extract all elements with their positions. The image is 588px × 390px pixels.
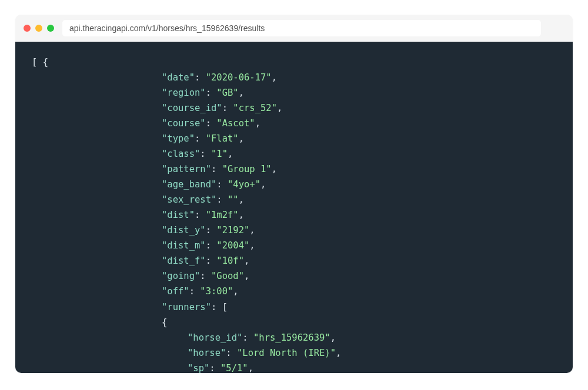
minimize-icon[interactable] (35, 25, 42, 32)
json-line-type: "type": "Flat", (32, 131, 556, 146)
json-line-dist: "dist": "1m2f", (32, 207, 556, 223)
json-line-horse: "horse": "Lord North (IRE)", (32, 345, 556, 361)
json-line-sex-rest: "sex_rest": "", (32, 192, 556, 207)
json-line-pattern: "pattern": "Group 1", (32, 162, 556, 177)
json-line-age-band: "age_band": "4yo+", (32, 177, 556, 192)
json-line-off: "off": "3:00", (32, 284, 556, 299)
json-line-course: "course": "Ascot", (32, 116, 556, 131)
code-panel: [ { "date": "2020-06-17", "region": "GB"… (15, 42, 573, 373)
json-line-horse-id: "horse_id": "hrs_15962639", (32, 330, 556, 345)
address-text: api.theracingapi.com/v1/horses/hrs_15962… (69, 23, 265, 33)
traffic-lights (24, 25, 54, 32)
browser-chrome: api.theracingapi.com/v1/horses/hrs_15962… (15, 15, 573, 42)
browser-window: api.theracingapi.com/v1/horses/hrs_15962… (15, 15, 573, 373)
json-open: [ { (32, 55, 556, 70)
address-bar[interactable]: api.theracingapi.com/v1/horses/hrs_15962… (62, 20, 541, 36)
json-line-going: "going": "Good", (32, 268, 556, 284)
json-line-class: "class": "1", (32, 146, 556, 162)
close-icon[interactable] (24, 25, 31, 32)
json-line-date: "date": "2020-06-17", (32, 70, 556, 85)
json-line-dist-m: "dist_m": "2004", (32, 238, 556, 253)
json-line-region: "region": "GB", (32, 85, 556, 100)
json-line-dist-f: "dist_f": "10f", (32, 253, 556, 268)
json-line-sp: "sp": "5/1", (32, 361, 556, 373)
json-line-inner-open: { (32, 315, 556, 330)
json-line-course-id: "course_id": "crs_52", (32, 100, 556, 116)
json-line-runners: "runners": [ (32, 300, 556, 315)
json-line-dist-y: "dist_y": "2192", (32, 223, 556, 238)
maximize-icon[interactable] (47, 25, 54, 32)
